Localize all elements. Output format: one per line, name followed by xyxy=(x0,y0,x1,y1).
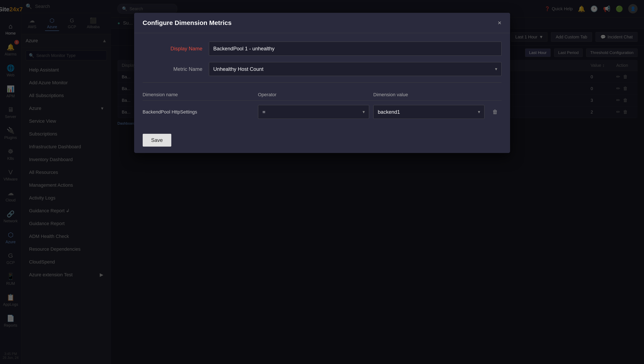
metric-name-select[interactable]: Unhealthy Host Count Healthy Host Count … xyxy=(209,62,502,76)
configure-dimension-metrics-modal: Configure Dimension Metrics × Display Na… xyxy=(134,13,510,153)
operator-select[interactable]: = != contains xyxy=(258,105,369,119)
dimension-delete-button[interactable]: 🗑 xyxy=(489,107,502,116)
modal-header: Configure Dimension Metrics × xyxy=(134,13,510,33)
metric-name-label: Metric Name xyxy=(143,66,202,72)
modal-footer: Save xyxy=(134,128,510,153)
modal-body: Display Name Metric Name Unhealthy Host … xyxy=(134,33,510,128)
dimension-table-header: Dimension name Operator Dimension value xyxy=(143,89,502,101)
dim-header-name: Dimension name xyxy=(143,92,254,98)
metric-name-select-wrapper: Unhealthy Host Count Healthy Host Count … xyxy=(209,62,502,76)
modal-title: Configure Dimension Metrics xyxy=(143,19,232,26)
save-button[interactable]: Save xyxy=(143,134,172,146)
operator-select-wrapper: = != contains xyxy=(258,105,369,119)
display-name-label: Display Name xyxy=(143,46,202,52)
dimension-value-select-wrapper: backend1 backend2 xyxy=(373,105,484,119)
dim-header-operator: Operator xyxy=(258,92,369,98)
modal-overlay[interactable]: Configure Dimension Metrics × Display Na… xyxy=(0,0,644,364)
display-name-row: Display Name xyxy=(143,42,502,56)
dim-header-action xyxy=(489,92,502,98)
modal-close-button[interactable]: × xyxy=(498,20,502,26)
dimension-table-row: BackendPool HttpSettings = != contains b… xyxy=(143,105,502,119)
modal-divider xyxy=(143,82,502,82)
metric-name-row: Metric Name Unhealthy Host Count Healthy… xyxy=(143,62,502,76)
display-name-input[interactable] xyxy=(209,42,502,56)
dimension-value-select[interactable]: backend1 backend2 xyxy=(373,105,484,119)
dim-header-value: Dimension value xyxy=(373,92,484,98)
dimension-name-cell: BackendPool HttpSettings xyxy=(143,107,254,117)
